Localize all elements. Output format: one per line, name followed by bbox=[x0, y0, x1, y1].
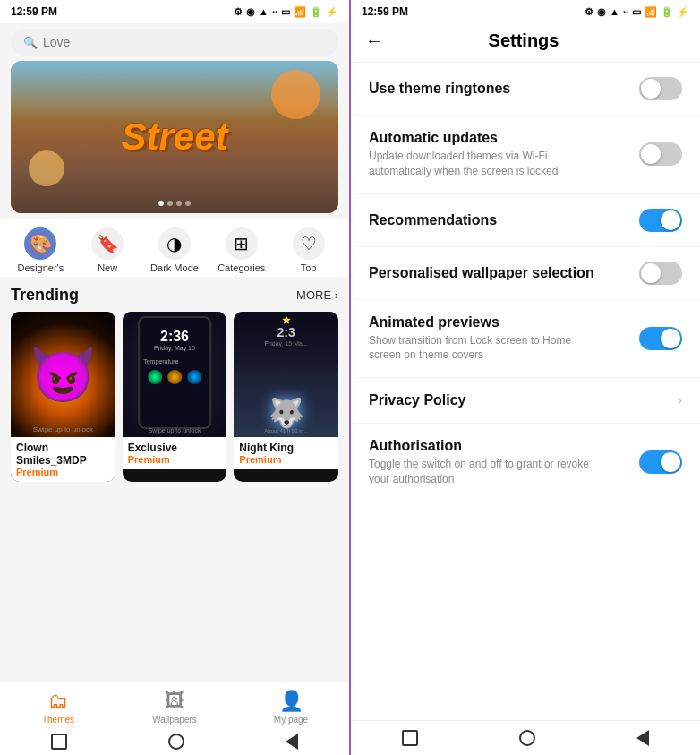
hero-bg: Street bbox=[11, 61, 338, 213]
themes-nav-label: Themes bbox=[42, 715, 74, 725]
category-nav: 🎨 Designer's 🔖 New ◑ Dark Mode ⊞ Categor… bbox=[0, 219, 349, 277]
nav-categories[interactable]: ⊞ Categories bbox=[215, 227, 269, 273]
clown-name: Clown Smiles_3MDP bbox=[16, 442, 110, 467]
new-icon: 🔖 bbox=[91, 227, 124, 260]
alarm-icon: ▲ bbox=[259, 6, 269, 17]
hero-text: Street bbox=[121, 116, 227, 159]
recents-sys-btn[interactable] bbox=[286, 734, 298, 750]
bottom-nav-mypage[interactable]: 👤 My page bbox=[233, 690, 349, 725]
nav-new[interactable]: 🔖 New bbox=[81, 227, 134, 273]
settings-item-animated[interactable]: Animated previews Show transition from L… bbox=[351, 300, 700, 379]
theme-card-clown[interactable]: 😈 Swipe up to unlock Clown Smiles_3MDP P… bbox=[11, 312, 115, 482]
search-icon: 🔍 bbox=[23, 36, 38, 49]
left-system-nav bbox=[0, 728, 349, 755]
settings-item-ringtones[interactable]: Use theme ringtones bbox=[351, 63, 700, 116]
nightking-badge: Premium bbox=[239, 454, 333, 465]
bluetooth-icon: ⚡ bbox=[326, 6, 338, 18]
theme-card-nightking[interactable]: ⭐ 2:3 Friday, 15 Ma... 🐺 About 41 h 53 m… bbox=[234, 312, 338, 482]
r-bluetooth-icon: ⚡ bbox=[677, 6, 689, 18]
clown-icon: 😈 bbox=[11, 312, 115, 437]
authorisation-content: Authorisation Toggle the switch on and o… bbox=[369, 438, 639, 487]
nav-darkmode[interactable]: ◑ Dark Mode bbox=[148, 227, 201, 273]
right-home-btn[interactable] bbox=[402, 730, 418, 746]
wallpapers-nav-label: Wallpapers bbox=[152, 715, 197, 725]
back-button[interactable]: ← bbox=[365, 30, 383, 51]
indicator-2 bbox=[167, 201, 173, 206]
trending-header: Trending MORE › bbox=[11, 286, 338, 305]
search-bar[interactable]: 🔍 bbox=[11, 29, 338, 56]
themes-nav-icon: 🗂 bbox=[48, 690, 68, 713]
trending-title: Trending bbox=[11, 286, 79, 305]
right-time: 12:59 PM bbox=[362, 5, 408, 18]
right-system-nav bbox=[351, 720, 700, 755]
recommendations-content: Recommendations bbox=[369, 212, 639, 228]
settings-item-autoupdate[interactable]: Automatic updates Update downloaded them… bbox=[351, 116, 700, 194]
authorisation-desc: Toggle the switch on and off to grant or… bbox=[369, 457, 602, 487]
left-panel: 12:59 PM ⚙ ◉ ▲ ·· ▭ 📶 🔋 ⚡ 🔍 Street bbox=[0, 0, 349, 755]
categories-icon: ⊞ bbox=[226, 227, 258, 260]
hero-decoration-1 bbox=[29, 150, 64, 186]
wallpaper-content: Personalised wallpaper selection bbox=[369, 265, 639, 281]
location-icon: ◉ bbox=[246, 6, 255, 18]
nav-designers-label: Designer's bbox=[18, 262, 64, 273]
nightking-info: Night King Premium bbox=[234, 437, 338, 469]
search-input[interactable] bbox=[43, 35, 326, 49]
signal-icon: ⚙ bbox=[234, 6, 243, 18]
autoupdate-content: Automatic updates Update downloaded them… bbox=[369, 130, 639, 179]
hero-indicators bbox=[158, 201, 191, 206]
mypage-nav-icon: 👤 bbox=[279, 690, 303, 713]
nav-designers[interactable]: 🎨 Designer's bbox=[13, 227, 67, 273]
more-icon: ·· bbox=[272, 6, 277, 17]
more-button[interactable]: MORE › bbox=[296, 288, 338, 302]
r-wifi-icon: 📶 bbox=[645, 6, 657, 18]
nav-top[interactable]: ♡ Top bbox=[282, 227, 336, 273]
settings-item-wallpaper[interactable]: Personalised wallpaper selection bbox=[351, 247, 700, 300]
nav-darkmode-label: Dark Mode bbox=[150, 262, 199, 273]
animated-content: Animated previews Show transition from L… bbox=[369, 314, 639, 364]
back-sys-btn[interactable] bbox=[168, 734, 184, 750]
exclusive-mockup: 2:36 Friday, May 15 Temperature bbox=[138, 316, 211, 429]
clown-badge: Premium bbox=[16, 467, 110, 477]
autoupdate-desc: Update downloaded themes via Wi-Fi autom… bbox=[369, 149, 602, 179]
bottom-nav-themes[interactable]: 🗂 Themes bbox=[0, 690, 116, 725]
clown-preview: 😈 Swipe up to unlock bbox=[11, 312, 115, 437]
nightking-preview: ⭐ 2:3 Friday, 15 Ma... 🐺 About 41 h 53 m… bbox=[234, 312, 338, 437]
privacy-content: Privacy Policy bbox=[369, 392, 678, 408]
autoupdate-title: Automatic updates bbox=[369, 130, 639, 146]
settings-item-recommendations[interactable]: Recommendations bbox=[351, 194, 700, 247]
r-signal-icon: ⚙ bbox=[585, 6, 593, 18]
ringtones-toggle[interactable] bbox=[639, 77, 682, 100]
right-status-bar: 12:59 PM ⚙ ◉ ▲ ·· ▭ 📶 🔋 ⚡ bbox=[351, 0, 700, 23]
wallpapers-nav-icon: 🖼 bbox=[165, 690, 184, 713]
authorisation-title: Authorisation bbox=[369, 438, 639, 454]
bottom-nav-wallpapers[interactable]: 🖼 Wallpapers bbox=[116, 690, 233, 725]
right-status-icons: ⚙ ◉ ▲ ·· ▭ 📶 🔋 ⚡ bbox=[585, 6, 689, 18]
settings-item-privacy[interactable]: Privacy Policy › bbox=[351, 378, 700, 424]
settings-item-authorisation[interactable]: Authorisation Toggle the switch on and o… bbox=[351, 424, 700, 502]
authorisation-toggle[interactable] bbox=[639, 450, 682, 474]
top-icon: ♡ bbox=[293, 227, 325, 260]
settings-header: ← Settings bbox=[351, 23, 700, 63]
right-recents-btn[interactable] bbox=[636, 730, 649, 746]
hero-banner[interactable]: Street bbox=[11, 61, 338, 213]
designers-icon: 🎨 bbox=[24, 227, 56, 260]
battery-icon: 🔋 bbox=[310, 6, 322, 18]
indicator-4 bbox=[185, 201, 191, 206]
right-panel: 12:59 PM ⚙ ◉ ▲ ·· ▭ 📶 🔋 ⚡ ← Settings Use… bbox=[351, 0, 700, 755]
exclusive-badge: Premium bbox=[128, 454, 222, 465]
right-back-btn[interactable] bbox=[519, 730, 535, 746]
hero-decoration-2 bbox=[271, 70, 320, 119]
settings-list: Use theme ringtones Automatic updates Up… bbox=[351, 63, 700, 720]
bottom-nav: 🗂 Themes 🖼 Wallpapers 👤 My page bbox=[0, 682, 349, 728]
trending-section: Trending MORE › 😈 Swipe up to unlock Clo… bbox=[0, 277, 349, 682]
wallpaper-toggle[interactable] bbox=[639, 262, 682, 285]
animated-toggle[interactable] bbox=[639, 327, 682, 350]
nav-top-label: Top bbox=[301, 262, 317, 273]
autoupdate-toggle[interactable] bbox=[639, 142, 682, 166]
indicator-3 bbox=[176, 201, 182, 206]
animated-title: Animated previews bbox=[369, 314, 639, 330]
theme-card-exclusive[interactable]: 2:36 Friday, May 15 Temperature Swipe up… bbox=[123, 312, 227, 482]
home-sys-btn[interactable] bbox=[51, 734, 67, 750]
recommendations-toggle[interactable] bbox=[639, 209, 682, 232]
animated-desc: Show transition from Lock screen to Home… bbox=[369, 333, 602, 364]
